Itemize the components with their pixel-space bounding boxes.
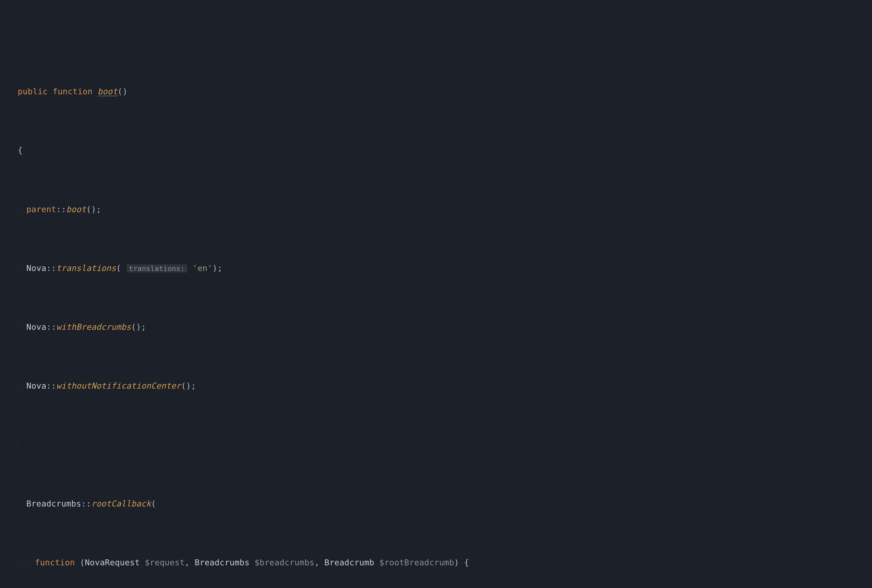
code-line[interactable]: parent::boot();: [0, 203, 872, 215]
code-editor[interactable]: public function boot() { parent::boot();…: [0, 3, 872, 588]
code-line[interactable]: {: [0, 144, 872, 156]
code-line[interactable]: Breadcrumbs::rootCallback(: [0, 498, 872, 510]
code-line-blank[interactable]: [0, 439, 872, 451]
code-line[interactable]: Nova::withBreadcrumbs();: [0, 321, 872, 333]
code-line[interactable]: Nova::withoutNotificationCenter();: [0, 380, 872, 392]
code-line[interactable]: public function boot(): [0, 86, 872, 98]
parameter-hint: translations:: [127, 264, 187, 273]
code-line[interactable]: function (NovaRequest $request, Breadcru…: [0, 556, 872, 568]
code-line[interactable]: Nova::translations( translations: 'en');: [0, 262, 872, 274]
